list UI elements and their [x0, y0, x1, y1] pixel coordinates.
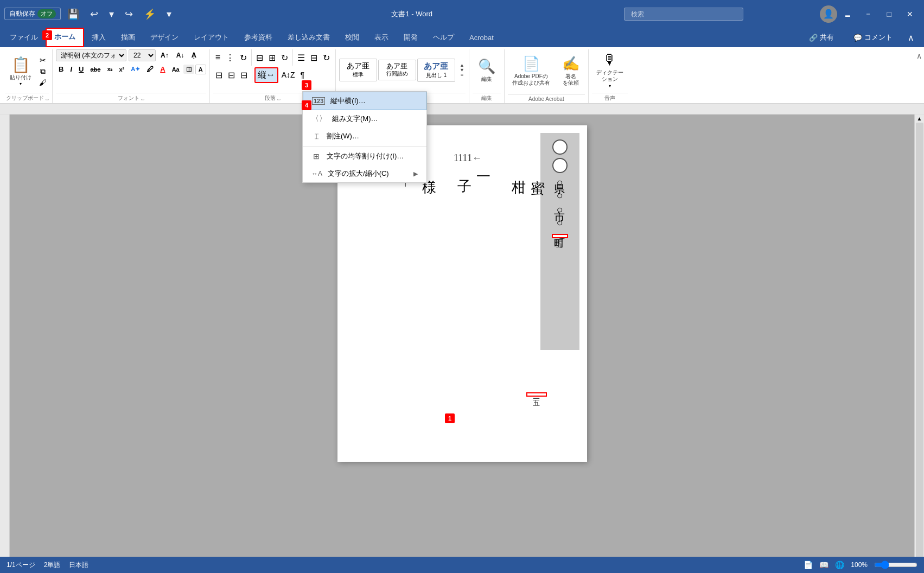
ribbon-collapse-btn-right[interactable]: ∧	[916, 52, 922, 60]
align-btn-1[interactable]: ⊟	[213, 69, 225, 81]
text-dir-btn-2[interactable]: ⋮	[224, 52, 237, 64]
show-hide-button[interactable]: ¶	[298, 69, 307, 80]
ribbon: ファイル ホーム 挿入 描画 デザイン レイアウト 参考資料 差し込み文書 校閲…	[0, 28, 924, 104]
menu-item-mojikakudai[interactable]: ↔A 文字の拡大/縮小(C) ▶	[303, 165, 426, 182]
font-color-button[interactable]: A	[157, 64, 168, 74]
indent-btn-3[interactable]: ↻	[279, 52, 290, 64]
clear-format-button[interactable]: Ạ	[189, 50, 199, 60]
sign-button[interactable]: ✍ 署名を依頼	[557, 53, 585, 88]
tab-insert[interactable]: 挿入	[84, 28, 113, 47]
sort-button[interactable]: A↕Z	[279, 69, 297, 80]
share-label: 共有	[820, 33, 834, 42]
ribbon-box-button[interactable]: 🗕	[839, 0, 856, 28]
text-dir-btn-1[interactable]: ≡	[213, 52, 222, 63]
style-tight[interactable]: あア亜 行間詰め	[378, 60, 416, 80]
menu-item-tatechuyoko[interactable]: 123 縦中横(I)…	[303, 92, 426, 110]
tab-view[interactable]: 表示	[367, 28, 396, 47]
scroll-up-btn[interactable]: ▲	[917, 116, 922, 122]
menu-separator-1	[303, 146, 426, 147]
subscript-button[interactable]: x₂	[104, 65, 115, 74]
minimize-button[interactable]: －	[858, 0, 878, 28]
font-name-select[interactable]: 游明朝 (本文のフォント)	[56, 49, 126, 61]
ribbon-collapse-button[interactable]: ∧	[904, 31, 917, 44]
search-input[interactable]	[624, 8, 743, 21]
tab-help[interactable]: ヘルプ	[425, 28, 462, 47]
create-pdf-button[interactable]: 📄 Adobe PDFの作成および共有	[508, 53, 555, 88]
superscript-button[interactable]: x²	[117, 65, 128, 74]
font-grow-button[interactable]: A↑	[158, 50, 171, 60]
indent-btn-1[interactable]: ⊟	[254, 52, 265, 64]
tab-review[interactable]: 校閲	[337, 28, 367, 47]
clipboard-expand-icon[interactable]: ⎵	[46, 96, 48, 101]
style-tight-preview: あア亜	[383, 62, 411, 70]
autosave-button[interactable]: 自動保存 オフ	[4, 8, 61, 20]
view-layout-btn[interactable]: 📄	[804, 561, 813, 569]
redo-button[interactable]: ↪	[120, 6, 137, 22]
text-dir-btn-3[interactable]: ↻	[238, 52, 249, 64]
view-web-btn[interactable]: 🌐	[835, 561, 844, 569]
char-shading-button[interactable]: ◫	[183, 65, 194, 74]
tab-mailings[interactable]: 差し込み文書	[280, 28, 337, 47]
char-border-button[interactable]: A	[195, 65, 206, 74]
tab-file[interactable]: ファイル	[2, 28, 46, 47]
customize-qat-button[interactable]: ▾	[162, 6, 176, 22]
align-btn-3[interactable]: ⊟	[238, 69, 250, 81]
group-font: 游明朝 (本文のフォント) 22 A↑ A↓ Ạ B I U abc x₂ x²	[53, 49, 210, 103]
share-button[interactable]: 🔗 共有	[801, 30, 842, 45]
text-effects-button[interactable]: A✦	[128, 65, 143, 74]
tate-chuyoko-button[interactable]: 縦↔	[254, 67, 278, 83]
font-shrink-button[interactable]: A↓	[174, 50, 187, 60]
underline-button[interactable]: U	[76, 64, 86, 74]
menu-item-mojikintoukiwake[interactable]: ⊞ 文字の均等割り付け(I)…	[303, 148, 426, 165]
mojikintoukiwake-icon: ⊞	[311, 152, 321, 161]
align-btn-2[interactable]: ⊟	[226, 69, 237, 81]
tab-acrobat[interactable]: Acrobat	[462, 29, 501, 46]
font-expand-icon[interactable]: ⎵	[141, 96, 144, 101]
tab-layout[interactable]: レイアウト	[186, 28, 237, 47]
font-size-select[interactable]: 22	[129, 49, 156, 61]
zoom-slider[interactable]	[874, 561, 917, 569]
tab-draw[interactable]: 描画	[113, 28, 143, 47]
tab-references[interactable]: 参考資料	[237, 28, 280, 47]
style-h1-label: 見出し 1	[422, 72, 450, 79]
indent-btn-2[interactable]: ⊞	[266, 52, 278, 64]
edit-button[interactable]: 🔍 編集	[473, 56, 501, 85]
restore-button[interactable]: □	[881, 0, 898, 28]
close-button[interactable]: ✕	[900, 0, 920, 28]
style-heading1[interactable]: あア亜 見出し 1	[417, 59, 455, 82]
user-avatar[interactable]: 👤	[820, 5, 837, 23]
para-expand-icon[interactable]: ⎵	[277, 96, 280, 101]
comment-button[interactable]: 💬 コメント	[846, 30, 900, 45]
list-btn-2[interactable]: ⊟	[308, 52, 320, 64]
alignment-row: ⊟ ⊟ ⊟ 縦↔ A↕Z ¶	[213, 67, 307, 83]
font-group-content: 游明朝 (本文のフォント) 22 A↑ A↓ Ạ B I U abc x₂ x²	[56, 49, 206, 93]
styles-more[interactable]: ≡	[458, 73, 466, 78]
list-btn-1[interactable]: ☰	[295, 52, 307, 64]
italic-button[interactable]: I	[67, 64, 75, 74]
view-reading-btn[interactable]: 📖	[819, 561, 829, 569]
style-standard[interactable]: あア亜 標準	[339, 59, 377, 81]
highlight-button[interactable]: 🖊	[144, 64, 156, 74]
mojikintoukiwake-label: 文字の均等割り付け(I)…	[327, 151, 404, 161]
tab-dev[interactable]: 開発	[396, 28, 425, 47]
strikethrough-button[interactable]: abc	[87, 65, 103, 74]
copy-button[interactable]: ⧉	[37, 66, 49, 77]
paste-button[interactable]: 📋 貼り付け ▾	[5, 49, 36, 93]
dictate-label: ディクテーション	[596, 69, 623, 82]
styles-group-content: あア亜 標準 あア亜 行間詰め あア亜 見出し 1 ▲ ▼ ≡	[339, 49, 466, 93]
dictate-button[interactable]: 🎙 ディクテーション ▾	[592, 49, 628, 91]
scroll-thumb[interactable]	[916, 123, 923, 573]
save-button[interactable]: 💾	[63, 6, 84, 22]
tab-design[interactable]: デザイン	[143, 28, 186, 47]
menu-item-kumimoji[interactable]: 〈〉 組み文字(M)…	[303, 110, 426, 128]
special-button[interactable]: ⚡	[139, 6, 160, 22]
bold-button[interactable]: B	[56, 64, 66, 74]
right-scrollbar[interactable]: ▲ ▼	[914, 114, 924, 573]
list-btn-3[interactable]: ↻	[321, 52, 332, 64]
undo-button[interactable]: ↩	[86, 6, 103, 22]
undo-dropdown-button[interactable]: ▾	[105, 6, 118, 22]
menu-item-warichu[interactable]: ⌶ 割注(W)…	[303, 128, 426, 145]
cut-button[interactable]: ✂	[37, 55, 49, 65]
change-case-button[interactable]: Aa	[169, 65, 182, 74]
format-painter-button[interactable]: 🖌	[37, 78, 49, 87]
